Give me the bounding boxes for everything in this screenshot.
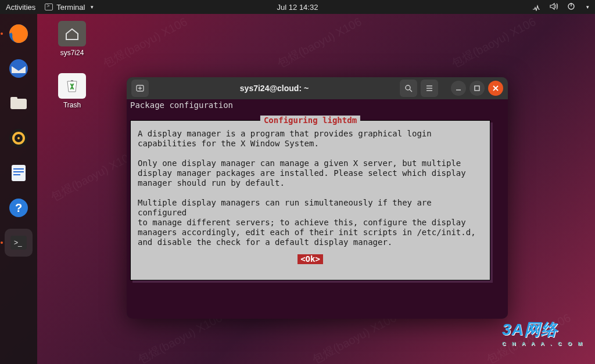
watermark: 包煜(baoyu) X106 xyxy=(48,147,138,205)
close-button[interactable] xyxy=(488,81,503,96)
watermark: 包煜(baoyu) X106 xyxy=(449,14,539,71)
svg-point-8 xyxy=(17,137,20,139)
dock-item-help[interactable]: ? xyxy=(5,194,33,222)
watermark: 包煜(baoyu) X106 xyxy=(275,14,364,71)
menu-button[interactable] xyxy=(421,80,438,97)
svg-text:>_: >_ xyxy=(14,239,22,247)
desktop-icon-label: sys7i24 xyxy=(51,49,93,57)
folder-icon xyxy=(58,21,86,46)
dialog-title: Configuring lightdm xyxy=(260,116,360,125)
app-menu-label: Terminal xyxy=(56,3,85,12)
search-button[interactable] xyxy=(400,80,417,97)
svg-rect-5 xyxy=(10,97,17,100)
dialog-body: A display manager is a program that prov… xyxy=(138,129,483,247)
app-menu[interactable]: Terminal ▾ xyxy=(45,3,94,12)
svg-point-20 xyxy=(406,85,410,90)
dock-item-terminal[interactable]: >_ xyxy=(5,229,33,257)
terminal-body[interactable]: Package configuration Configuring lightd… xyxy=(127,99,508,319)
desktop-icon-home[interactable]: sys7i24 xyxy=(51,21,93,57)
top-bar: Activities Terminal ▾ Jul 12 14:32 ▾ xyxy=(0,0,595,14)
dock-item-rhythmbox[interactable] xyxy=(5,124,33,152)
activities-button[interactable]: Activities xyxy=(6,3,35,12)
new-tab-button[interactable] xyxy=(131,80,149,97)
logo-sub: C N A A A . C O M xyxy=(502,341,585,347)
ok-button[interactable]: <Ok> xyxy=(298,254,323,264)
terminal-icon xyxy=(45,3,53,10)
svg-rect-26 xyxy=(475,86,479,91)
terminal-header-line: Package configuration xyxy=(130,100,504,110)
svg-rect-12 xyxy=(13,174,20,175)
dock-item-firefox[interactable] xyxy=(5,20,33,48)
config-dialog: Configuring lightdm A display manager is… xyxy=(130,120,490,280)
dock-item-thunderbird[interactable] xyxy=(5,55,33,82)
svg-rect-11 xyxy=(13,171,24,172)
svg-text:?: ? xyxy=(15,201,22,214)
dock-item-writer[interactable] xyxy=(5,159,33,187)
titlebar[interactable]: sys7i24@cloud: ~ xyxy=(127,77,508,99)
desktop-icon-trash[interactable]: Trash xyxy=(51,73,93,109)
svg-line-21 xyxy=(410,89,412,92)
maximize-button[interactable] xyxy=(469,81,485,96)
system-menu-chevron-icon[interactable]: ▾ xyxy=(586,4,589,10)
dock-item-files[interactable] xyxy=(5,89,33,117)
volume-icon[interactable] xyxy=(549,2,558,13)
logo-brand: 3A网络 xyxy=(502,320,558,338)
power-icon[interactable] xyxy=(567,2,576,13)
network-icon[interactable] xyxy=(532,2,541,13)
dock: ? >_ xyxy=(0,14,37,364)
trash-icon xyxy=(58,73,86,99)
window-title: sys7i24@cloud: ~ xyxy=(152,84,396,93)
desktop-icon-label: Trash xyxy=(51,101,93,109)
chevron-down-icon: ▾ xyxy=(91,4,94,10)
svg-rect-10 xyxy=(13,168,24,170)
clock[interactable]: Jul 12 14:32 xyxy=(277,3,318,12)
watermark: 包煜(baoyu) X106 xyxy=(101,14,190,71)
watermark-logo: 3A网络 C N A A A . C O M xyxy=(502,319,585,347)
terminal-window: sys7i24@cloud: ~ Package configuration C… xyxy=(127,77,508,319)
minimize-button[interactable] xyxy=(451,81,466,96)
svg-rect-9 xyxy=(12,165,26,181)
